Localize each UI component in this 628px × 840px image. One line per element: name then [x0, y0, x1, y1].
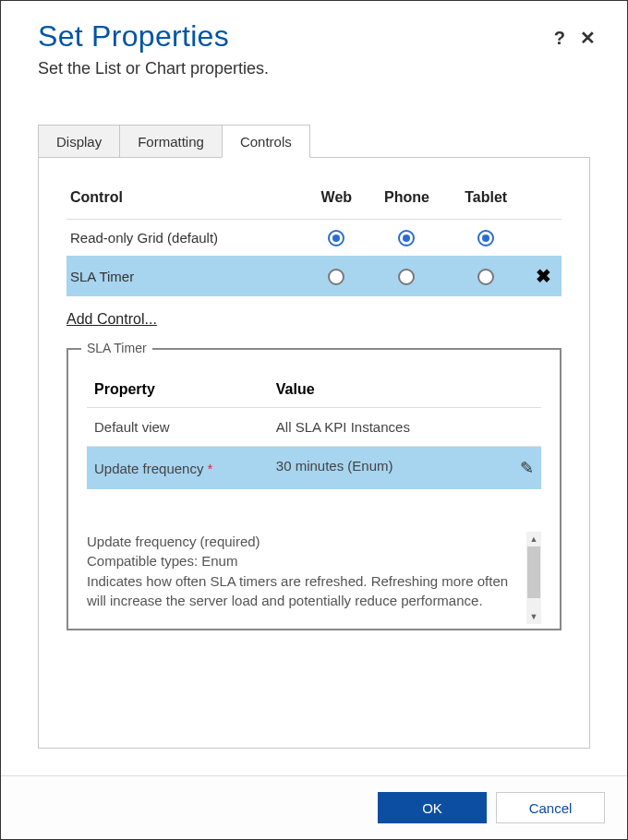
- dialog-content: Display Formatting Controls Control Web …: [1, 78, 627, 775]
- scroll-thumb[interactable]: [527, 546, 540, 598]
- dialog-subtitle: Set the List or Chart properties.: [38, 59, 590, 78]
- table-row[interactable]: Read-only Grid (default): [66, 220, 562, 257]
- tab-panel-controls: Control Web Phone Tablet Read-only Grid …: [38, 158, 590, 749]
- scrollbar[interactable]: ▲ ▼: [526, 532, 541, 624]
- edit-icon[interactable]: ✎: [520, 458, 534, 478]
- dialog-header: Set Properties Set the List or Chart pro…: [1, 1, 627, 78]
- tab-controls[interactable]: Controls: [222, 125, 310, 158]
- table-row[interactable]: SLA Timer ✖: [66, 256, 562, 296]
- col-value: Value: [269, 372, 541, 408]
- property-name: Update frequency *: [87, 447, 269, 490]
- col-property: Property: [87, 372, 269, 408]
- dialog-footer: OK Cancel: [1, 775, 627, 839]
- close-icon[interactable]: ✕: [580, 27, 596, 49]
- property-value: All SLA KPI Instances: [269, 408, 541, 447]
- desc-line: Update frequency (required): [87, 532, 521, 551]
- radio-phone[interactable]: [398, 230, 415, 246]
- properties-table: Property Value Default view All SLA KPI …: [87, 372, 541, 489]
- help-icon[interactable]: ?: [554, 28, 565, 49]
- col-phone: Phone: [366, 184, 447, 220]
- scroll-down-icon[interactable]: ▼: [526, 609, 541, 624]
- col-control: Control: [66, 184, 307, 220]
- description-area: Update frequency (required) Compatible t…: [87, 532, 541, 610]
- table-row[interactable]: Update frequency * 30 minutes (Enum) ✎: [87, 447, 541, 490]
- radio-tablet[interactable]: [477, 230, 494, 246]
- desc-line: Compatible types: Enum: [87, 551, 521, 570]
- fieldset-legend: SLA Timer: [81, 341, 152, 355]
- tab-formatting[interactable]: Formatting: [119, 125, 223, 157]
- control-properties-fieldset: SLA Timer Property Value Default view Al…: [66, 348, 562, 630]
- cancel-button[interactable]: Cancel: [496, 792, 605, 823]
- col-tablet: Tablet: [447, 184, 525, 220]
- add-control-link[interactable]: Add Control...: [66, 311, 157, 328]
- control-name: SLA Timer: [66, 256, 307, 296]
- radio-web[interactable]: [328, 230, 344, 246]
- property-value: 30 minutes (Enum) ✎: [269, 447, 541, 490]
- control-name: Read-only Grid (default): [66, 220, 307, 257]
- tab-bar: Display Formatting Controls: [38, 125, 590, 158]
- col-web: Web: [307, 184, 366, 220]
- dialog-title: Set Properties: [38, 19, 590, 54]
- radio-tablet[interactable]: [477, 269, 494, 285]
- radio-phone[interactable]: [398, 269, 415, 285]
- scroll-up-icon[interactable]: ▲: [526, 532, 541, 546]
- radio-web[interactable]: [328, 269, 344, 285]
- ok-button[interactable]: OK: [378, 792, 487, 823]
- table-row[interactable]: Default view All SLA KPI Instances: [87, 408, 541, 447]
- tab-display[interactable]: Display: [38, 125, 120, 157]
- remove-control-icon[interactable]: ✖: [536, 266, 551, 286]
- controls-table: Control Web Phone Tablet Read-only Grid …: [66, 184, 562, 296]
- required-icon: *: [208, 461, 213, 476]
- desc-line: Indicates how often SLA timers are refre…: [87, 571, 521, 611]
- set-properties-dialog: Set Properties Set the List or Chart pro…: [0, 0, 628, 840]
- property-name: Default view: [87, 408, 269, 447]
